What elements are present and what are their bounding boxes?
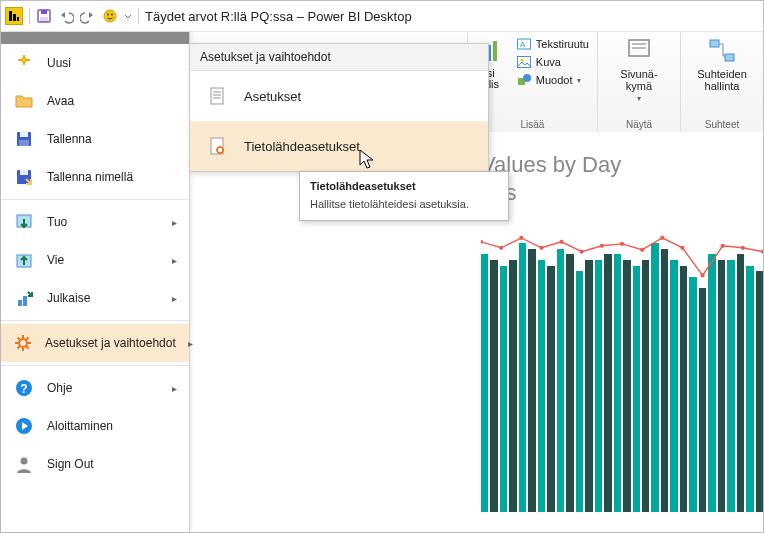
file-menu-item-asetukset-ja-vaihtoehdot[interactable]: Asetukset ja vaihtoehdot bbox=[1, 324, 189, 362]
relationships-icon bbox=[707, 36, 737, 66]
menu-item-label: Avaa bbox=[47, 94, 74, 108]
chart-point[interactable] bbox=[539, 246, 543, 250]
file-menu-item-ohje[interactable]: ?Ohje bbox=[1, 369, 189, 407]
file-menu-item-aloittaminen[interactable]: Aloittaminen bbox=[1, 407, 189, 445]
chart-point[interactable] bbox=[559, 240, 563, 244]
svg-rect-21 bbox=[710, 40, 719, 47]
file-menu-item-vie[interactable]: Vie bbox=[1, 241, 189, 279]
file-menu-item-julkaise[interactable]: Julkaise bbox=[1, 279, 189, 317]
submenu-asetukset: Asetukset ja vaihtoehdot AsetuksetTietol… bbox=[189, 43, 489, 172]
app-window: Täydet arvot R:llä PQ:ssa – Power BI Des… bbox=[0, 0, 764, 533]
doc-lines-icon bbox=[204, 81, 230, 111]
chevron-down-icon: ▾ bbox=[637, 94, 641, 103]
submenu-item-tietol-hdeasetukset[interactable]: Tietolähdeasetukset bbox=[190, 121, 488, 171]
menu-item-label: Aloittaminen bbox=[47, 419, 113, 433]
svg-rect-11 bbox=[493, 41, 497, 61]
svg-point-32 bbox=[19, 339, 27, 347]
chevron-down-icon: ▾ bbox=[577, 76, 581, 85]
ribbon-btn-sivunakyma[interactable]: Sivunä- kymä ▾ bbox=[620, 36, 657, 103]
ribbon-btn-muodot[interactable]: Muodot ▾ bbox=[516, 72, 589, 88]
chart-point[interactable] bbox=[741, 246, 745, 250]
ribbon-btn-tekstiruutu[interactable]: A Tekstiruutu bbox=[516, 36, 589, 52]
chart-point[interactable] bbox=[499, 246, 503, 250]
submenu-item-label: Tietolähdeasetukset bbox=[244, 139, 360, 154]
menu-separator bbox=[1, 320, 189, 321]
play-icon bbox=[13, 416, 35, 436]
file-menu-item-tallenna-nimell-[interactable]: Tallenna nimellä bbox=[1, 158, 189, 196]
submenu-item-label: Asetukset bbox=[244, 89, 301, 104]
menu-item-label: Vie bbox=[47, 253, 64, 267]
ribbon-group-label: Suhteet bbox=[705, 117, 739, 130]
chart-subtitle: ues bbox=[481, 180, 763, 206]
divider bbox=[138, 8, 139, 24]
chart-point[interactable] bbox=[600, 244, 604, 248]
help-icon: ? bbox=[13, 378, 35, 398]
ribbon-btn-suhteiden-hallinta[interactable]: Suhteiden hallinta bbox=[697, 36, 747, 92]
menu-separator bbox=[1, 199, 189, 200]
publish-icon bbox=[13, 288, 35, 308]
file-menu-item-tuo[interactable]: Tuo bbox=[1, 203, 189, 241]
chart-point[interactable] bbox=[640, 248, 644, 252]
powerbi-logo-icon bbox=[5, 7, 23, 25]
image-icon bbox=[516, 54, 532, 70]
svg-rect-22 bbox=[725, 54, 734, 61]
submenu-item-asetukset[interactable]: Asetukset bbox=[190, 71, 488, 121]
svg-point-17 bbox=[523, 74, 531, 82]
chart-point[interactable] bbox=[620, 242, 624, 246]
svg-rect-5 bbox=[40, 17, 48, 22]
title-bar: Täydet arvot R:llä PQ:ssa – Power BI Des… bbox=[1, 1, 763, 32]
save-icon[interactable] bbox=[36, 8, 52, 24]
chart-point[interactable] bbox=[660, 236, 664, 240]
svg-rect-27 bbox=[20, 170, 28, 175]
gear-icon bbox=[13, 333, 33, 353]
chart-point[interactable] bbox=[481, 240, 483, 244]
file-menu-item-sign-out[interactable]: Sign Out bbox=[1, 445, 189, 483]
undo-icon[interactable] bbox=[58, 8, 74, 24]
svg-rect-24 bbox=[20, 132, 28, 137]
svg-rect-4 bbox=[41, 10, 47, 14]
svg-rect-30 bbox=[18, 300, 22, 306]
chart-point[interactable] bbox=[761, 250, 763, 254]
menu-separator bbox=[1, 365, 189, 366]
menu-item-label: Julkaise bbox=[47, 291, 90, 305]
ribbon-group-nayta: Sivunä- kymä ▾ Näytä bbox=[597, 32, 680, 132]
svg-rect-20 bbox=[632, 47, 646, 49]
svg-point-7 bbox=[107, 14, 109, 16]
svg-point-8 bbox=[111, 14, 113, 16]
ribbon-group-suhteet: Suhteiden hallinta Suhteet bbox=[680, 32, 763, 132]
tooltip-body: Hallitse tietolähteidesi asetuksia. bbox=[310, 198, 498, 210]
svg-rect-19 bbox=[632, 43, 646, 45]
doc-gear-icon bbox=[204, 131, 230, 161]
window-title: Täydet arvot R:llä PQ:ssa – Power BI Des… bbox=[145, 9, 412, 24]
svg-rect-14 bbox=[517, 57, 530, 68]
file-menu-item-tallenna[interactable]: Tallenna bbox=[1, 120, 189, 158]
chart-point[interactable] bbox=[680, 246, 684, 250]
menu-item-label: Ohje bbox=[47, 381, 72, 395]
file-menu-item-uusi[interactable]: Uusi bbox=[1, 44, 189, 82]
chart-point[interactable] bbox=[580, 250, 584, 254]
shapes-icon bbox=[516, 72, 532, 88]
menu-item-label: Uusi bbox=[47, 56, 71, 70]
chart-point[interactable] bbox=[700, 273, 704, 277]
ribbon-btn-kuva[interactable]: Kuva bbox=[516, 54, 589, 70]
save-as-icon bbox=[13, 167, 35, 187]
save-icon bbox=[13, 129, 35, 149]
svg-rect-2 bbox=[17, 17, 19, 21]
chart-point[interactable] bbox=[721, 244, 725, 248]
svg-rect-37 bbox=[211, 88, 223, 104]
svg-text:A: A bbox=[520, 40, 526, 49]
svg-rect-1 bbox=[13, 14, 16, 21]
person-icon bbox=[13, 454, 35, 474]
folder-icon bbox=[13, 91, 35, 111]
smiley-icon[interactable] bbox=[102, 8, 118, 24]
qat-dropdown-icon[interactable] bbox=[124, 8, 132, 24]
file-menu-header bbox=[1, 32, 189, 44]
menu-item-label: Sign Out bbox=[47, 457, 94, 471]
export-icon bbox=[13, 250, 35, 270]
redo-icon[interactable] bbox=[80, 8, 96, 24]
file-menu-item-avaa[interactable]: Avaa bbox=[1, 82, 189, 120]
svg-point-6 bbox=[104, 10, 116, 22]
chart-area[interactable] bbox=[481, 232, 763, 512]
svg-rect-0 bbox=[9, 11, 12, 21]
chart-point[interactable] bbox=[519, 236, 523, 240]
